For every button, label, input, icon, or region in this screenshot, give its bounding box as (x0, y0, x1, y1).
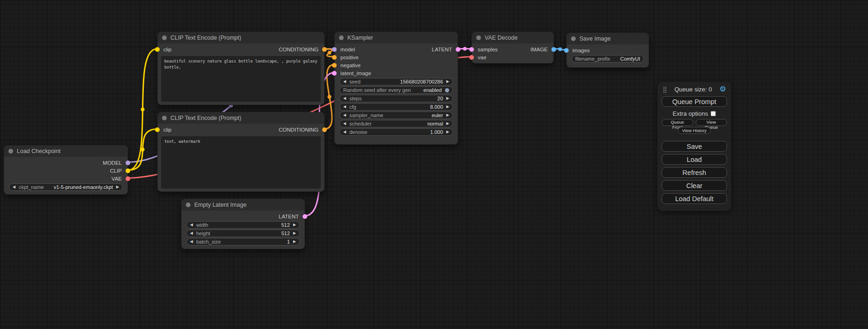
port-clip-input[interactable] (155, 127, 160, 132)
output-label: CONDITIONING (279, 127, 318, 133)
random-seed-toggle-widget[interactable]: Random seed after every gen enabled (339, 86, 453, 94)
view-queue-button[interactable]: View Queue (696, 119, 727, 126)
prompt-textarea[interactable]: beautiful scenery nature glass bottle la… (161, 56, 321, 102)
collapse-dot[interactable] (162, 35, 167, 40)
node-titlebar[interactable]: Empty Latent Image (182, 199, 304, 210)
port-images-input[interactable] (564, 48, 569, 53)
filename-prefix-widget[interactable]: filename_prefix ComfyUI (572, 55, 644, 63)
node-titlebar[interactable]: Load Checkpoint (4, 146, 127, 157)
view-history-button[interactable]: View History (678, 127, 711, 134)
clear-button[interactable]: Clear (662, 180, 727, 191)
collapse-dot[interactable] (186, 203, 191, 207)
slot-row: model LATENT (335, 45, 458, 53)
steps-widget[interactable]: ◀ steps 20 ▶ (339, 95, 453, 102)
extra-options-checkbox[interactable] (711, 111, 716, 116)
widget-value: 1 (287, 239, 290, 245)
decrement-arrow-icon[interactable]: ◀ (343, 80, 346, 84)
node-titlebar[interactable]: VAE Decode (472, 32, 553, 43)
collapse-dot[interactable] (571, 36, 576, 41)
collapse-dot[interactable] (162, 116, 167, 120)
decrement-arrow-icon[interactable]: ◀ (343, 113, 346, 117)
port-latent-image-input[interactable] (332, 71, 337, 76)
collapse-dot[interactable] (339, 35, 344, 40)
node-vae-decode[interactable]: VAE Decode samples IMAGE vae (472, 32, 554, 63)
increment-arrow-icon[interactable]: ▶ (116, 185, 119, 189)
queue-panel-header: ⣿ Queue size: 0 ⚙ (662, 85, 727, 94)
decrement-arrow-icon[interactable]: ◀ (13, 185, 15, 189)
collapse-dot[interactable] (8, 149, 13, 154)
port-negative-input[interactable] (332, 63, 337, 68)
node-titlebar[interactable]: Save Image (567, 33, 649, 44)
increment-arrow-icon[interactable]: ▶ (293, 240, 296, 244)
node-titlebar[interactable]: CLIP Text Encode (Prompt) (158, 112, 324, 124)
link-midpoint-dot (328, 95, 332, 99)
port-vae-input[interactable] (469, 55, 474, 60)
port-conditioning-output[interactable] (322, 127, 327, 132)
prompt-textarea[interactable]: text, watermark (161, 136, 321, 189)
decrement-arrow-icon[interactable]: ◀ (190, 240, 193, 244)
decrement-arrow-icon[interactable]: ◀ (343, 122, 346, 126)
settings-gear-icon[interactable]: ⚙ (720, 85, 726, 93)
denoise-widget[interactable]: ◀ denoise 1.000 ▶ (339, 128, 453, 136)
node-titlebar[interactable]: KSampler (335, 32, 458, 43)
node-load-checkpoint[interactable]: Load Checkpoint MODEL CLIP VAE ◀ ckpt_na… (4, 145, 128, 195)
toggle-dot[interactable] (445, 88, 449, 92)
node-empty-latent-image[interactable]: Empty Latent Image LATENT ◀ width 512 ▶ … (181, 199, 305, 249)
batch-size-widget[interactable]: ◀ batch_size 1 ▶ (186, 238, 300, 245)
widget-value: v1-5-pruned-emaonly.ckpt (54, 184, 113, 190)
port-vae-output[interactable] (126, 176, 130, 181)
widget-value: 1.000 (430, 129, 443, 135)
collapse-dot[interactable] (476, 35, 481, 40)
port-conditioning-output[interactable] (322, 47, 327, 52)
scheduler-widget[interactable]: ◀ scheduler normal ▶ (339, 120, 453, 127)
queue-prompt-button[interactable]: Queue Prompt (662, 96, 727, 107)
output-label: CONDITIONING (279, 47, 318, 52)
seed-widget[interactable]: ◀ seed 156680208700286 ▶ (339, 78, 453, 85)
port-positive-input[interactable] (332, 55, 337, 60)
port-image-output[interactable] (551, 47, 556, 52)
node-clip-text-encode-positive[interactable]: CLIP Text Encode (Prompt) clip CONDITION… (157, 32, 325, 105)
increment-arrow-icon[interactable]: ▶ (446, 80, 449, 84)
slot-row: latent_image (335, 69, 458, 77)
port-samples-input[interactable] (469, 47, 474, 52)
increment-arrow-icon[interactable]: ▶ (446, 122, 449, 126)
refresh-button[interactable]: Refresh (662, 167, 727, 178)
save-button[interactable]: Save (662, 141, 727, 152)
widget-value: normal (427, 121, 443, 126)
output-label: MODEL (103, 160, 122, 166)
port-latent-output[interactable] (303, 214, 307, 219)
decrement-arrow-icon[interactable]: ◀ (343, 105, 346, 109)
decrement-arrow-icon[interactable]: ◀ (343, 97, 346, 100)
height-widget[interactable]: ◀ height 512 ▶ (186, 230, 300, 237)
width-widget[interactable]: ◀ width 512 ▶ (186, 221, 300, 229)
node-clip-text-encode-negative[interactable]: CLIP Text Encode (Prompt) clip CONDITION… (157, 112, 325, 192)
cfg-widget[interactable]: ◀ cfg 8.000 ▶ (339, 103, 453, 111)
slot-row: MODEL (4, 159, 127, 167)
node-save-image[interactable]: Save Image images filename_prefix ComfyU… (566, 33, 649, 68)
load-default-button[interactable]: Load Default (662, 193, 727, 204)
output-label: VAE (112, 176, 122, 182)
increment-arrow-icon[interactable]: ▶ (446, 113, 449, 117)
decrement-arrow-icon[interactable]: ◀ (343, 130, 346, 134)
increment-arrow-icon[interactable]: ▶ (446, 105, 449, 109)
graph-canvas[interactable]: { "colors": { "model": "#B39DDB", "clip"… (0, 0, 868, 329)
decrement-arrow-icon[interactable]: ◀ (190, 223, 193, 227)
port-clip-output[interactable] (126, 168, 130, 173)
queue-front-button[interactable]: Queue Front (662, 119, 693, 126)
node-title: Save Image (579, 35, 611, 42)
decrement-arrow-icon[interactable]: ◀ (190, 231, 193, 235)
node-ksampler[interactable]: KSampler model LATENT positive negative … (334, 32, 458, 145)
increment-arrow-icon[interactable]: ▶ (446, 97, 449, 100)
increment-arrow-icon[interactable]: ▶ (293, 231, 296, 235)
port-model-input[interactable] (332, 47, 337, 52)
port-model-output[interactable] (126, 161, 130, 165)
ckpt-name-widget[interactable]: ◀ ckpt_name v1-5-pruned-emaonly.ckpt ▶ (9, 183, 123, 191)
port-latent-output[interactable] (456, 47, 460, 52)
drag-handle-icon[interactable]: ⣿ (663, 86, 667, 93)
node-titlebar[interactable]: CLIP Text Encode (Prompt) (158, 32, 324, 43)
increment-arrow-icon[interactable]: ▶ (446, 130, 449, 134)
increment-arrow-icon[interactable]: ▶ (293, 223, 296, 227)
load-button[interactable]: Load (662, 154, 727, 165)
port-clip-input[interactable] (155, 47, 160, 52)
sampler-name-widget[interactable]: ◀ sampler_name euler ▶ (339, 112, 453, 119)
